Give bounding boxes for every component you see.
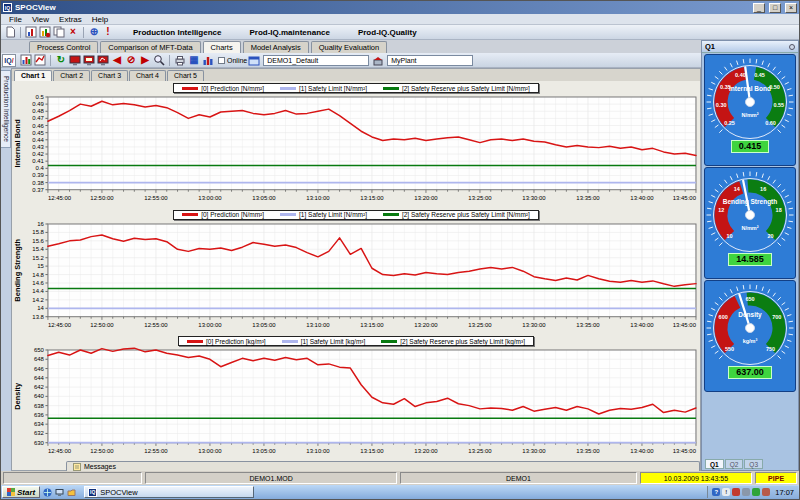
- alert-icon[interactable]: !: [101, 25, 115, 39]
- tab-chart-4[interactable]: Chart 4: [129, 70, 166, 81]
- svg-text:634: 634: [34, 421, 45, 427]
- menu-extras[interactable]: Extras: [54, 15, 87, 24]
- gauge-panel-tabs: Q1 Q2 Q3: [702, 459, 798, 470]
- messages-icon: [73, 463, 81, 471]
- svg-text:13:20:00: 13:20:00: [414, 322, 438, 328]
- separator: [20, 27, 21, 38]
- svg-text:14: 14: [734, 186, 741, 192]
- separator: [169, 55, 170, 66]
- plant-combobox[interactable]: MyPlant: [387, 55, 473, 66]
- tab-model-analysis[interactable]: Model Analysis: [243, 41, 309, 53]
- help-tray-icon[interactable]: ?: [712, 488, 720, 496]
- tray-icon-security[interactable]: [732, 488, 740, 496]
- legend-safety-reserve: [2] Safety Reserve plus Safety Limit [kg…: [373, 337, 533, 345]
- quicklaunch-desktop-icon[interactable]: [54, 487, 64, 497]
- svg-text:0.48: 0.48: [32, 108, 44, 114]
- legend-label: [0] Prediction [N/mm²]: [201, 85, 264, 92]
- tab-process-control[interactable]: Process Control: [29, 41, 98, 53]
- report-chart-icon[interactable]: [24, 25, 38, 39]
- monitor-history-icon[interactable]: [82, 53, 96, 67]
- close-button[interactable]: ×: [785, 3, 797, 13]
- svg-text:0.5: 0.5: [36, 94, 45, 100]
- tab-quality-evaluation[interactable]: Quality Evaluation: [311, 41, 387, 53]
- internal-bond-gauge-dial: 0.250.300.350.400.450.500.550.60Internal…: [703, 55, 797, 149]
- svg-text:13:25:00: 13:25:00: [468, 195, 492, 201]
- svg-text:14.8: 14.8: [32, 271, 44, 277]
- svg-text:15.8: 15.8: [32, 229, 44, 235]
- svg-text:646: 646: [34, 366, 45, 372]
- menu-bar: File View Extras Help: [1, 14, 799, 25]
- start-button[interactable]: Start: [2, 486, 40, 498]
- svg-text:12:50:00: 12:50:00: [90, 448, 114, 454]
- globe-icon[interactable]: ⊕: [87, 25, 101, 39]
- pin-icon[interactable]: [789, 44, 795, 50]
- printer-icon[interactable]: [173, 53, 187, 67]
- menu-file[interactable]: File: [4, 15, 27, 24]
- quicklaunch-folder-icon[interactable]: [66, 487, 76, 497]
- quicklaunch-browser-icon[interactable]: [42, 487, 52, 497]
- tab-chart-1[interactable]: Chart 1: [14, 70, 52, 81]
- svg-text:650: 650: [745, 296, 754, 302]
- online-checkbox[interactable]: [218, 57, 225, 64]
- tray-icon-status[interactable]: [752, 488, 760, 496]
- svg-text:0.44: 0.44: [32, 137, 44, 143]
- svg-text:0.49: 0.49: [32, 101, 44, 107]
- column-chart-icon[interactable]: [201, 53, 215, 67]
- prod-iq-maintenance-button[interactable]: Prod-IQ.maintenance: [239, 27, 339, 38]
- menu-view[interactable]: View: [27, 15, 54, 24]
- window-title: SPOCView: [15, 3, 749, 12]
- tab-chart-3[interactable]: Chart 3: [91, 70, 128, 81]
- spocview-task-button[interactable]: IQ SPOCView: [84, 486, 254, 498]
- production-intelligence-button[interactable]: Production Intelligence: [123, 27, 231, 38]
- svg-text:636: 636: [34, 412, 45, 418]
- legend-label: [1] Safety Limit [kg/m³]: [301, 338, 366, 345]
- density-gauge-dial: 550600650700750Densitykg/m³: [703, 281, 797, 375]
- delete-icon[interactable]: ×: [66, 25, 80, 39]
- svg-text:13:05:00: 13:05:00: [252, 195, 276, 201]
- svg-text:13:40:00: 13:40:00: [630, 322, 654, 328]
- menu-help[interactable]: Help: [87, 15, 113, 24]
- scroll-right-icon[interactable]: ▶: [138, 53, 152, 67]
- svg-text:13:35:00: 13:35:00: [576, 195, 600, 201]
- prod-iq-quality-button[interactable]: Prod-IQ.Quality: [348, 27, 427, 38]
- tab-chart-5[interactable]: Chart 5: [167, 70, 204, 81]
- chart-edit-icon[interactable]: [33, 53, 47, 67]
- gauge-internal-bond: 0.250.300.350.400.450.500.550.60Internal…: [704, 54, 796, 166]
- monitor-export-icon[interactable]: [96, 53, 110, 67]
- tray-icon-info[interactable]: !: [722, 488, 730, 496]
- new-document-icon[interactable]: [3, 25, 17, 39]
- internal-bond-chart: [0] Prediction [N/mm²] [1] Safety Limit …: [12, 82, 700, 208]
- svg-text:648: 648: [34, 357, 45, 363]
- tab-q3[interactable]: Q3: [744, 459, 763, 469]
- stop-icon[interactable]: ⊘: [124, 53, 138, 67]
- tab-charts[interactable]: Charts: [203, 41, 241, 53]
- tray-icon-volume[interactable]: [762, 488, 770, 496]
- safety-limit-swatch: [280, 213, 296, 216]
- tab-q1[interactable]: Q1: [705, 459, 724, 469]
- zoom-chart-icon[interactable]: [152, 53, 166, 67]
- chart-view-icon[interactable]: [19, 53, 33, 67]
- svg-text:N/mm²: N/mm²: [741, 225, 758, 231]
- restore-button[interactable]: □: [769, 3, 781, 13]
- tab-chart-2[interactable]: Chart 2: [53, 70, 90, 81]
- svg-text:13:20:00: 13:20:00: [414, 448, 438, 454]
- scroll-left-icon[interactable]: ◀: [110, 53, 124, 67]
- tray-icon-network[interactable]: [742, 488, 750, 496]
- status-cell-dataset: DEMO1: [400, 472, 637, 484]
- sidebar-tab-production-intelligence[interactable]: Production Intelligence: [1, 70, 11, 148]
- refresh-icon[interactable]: ↻: [54, 53, 68, 67]
- dataset-combobox[interactable]: DEMO1_Default: [263, 55, 369, 66]
- tab-comparison-mft-data[interactable]: Comparison of MFT-Data: [100, 41, 200, 53]
- report-settings-icon[interactable]: [38, 25, 52, 39]
- tab-q2[interactable]: Q2: [725, 459, 744, 469]
- copy-icon[interactable]: [52, 25, 66, 39]
- legend-label: [2] Safety Reserve plus Safety Limit [N/…: [402, 85, 530, 92]
- main-toolbar: × ⊕ ! Production Intelligence Prod-IQ.ma…: [1, 25, 799, 40]
- prediction-swatch: [182, 87, 198, 90]
- data-table-icon[interactable]: ▦: [187, 53, 201, 67]
- monitor-online-icon[interactable]: [68, 53, 82, 67]
- svg-text:0.39: 0.39: [32, 172, 44, 178]
- svg-text:0.46: 0.46: [32, 123, 44, 129]
- left-sidebar-strip: Production Intelligence: [1, 68, 11, 471]
- minimize-button[interactable]: _: [753, 3, 765, 13]
